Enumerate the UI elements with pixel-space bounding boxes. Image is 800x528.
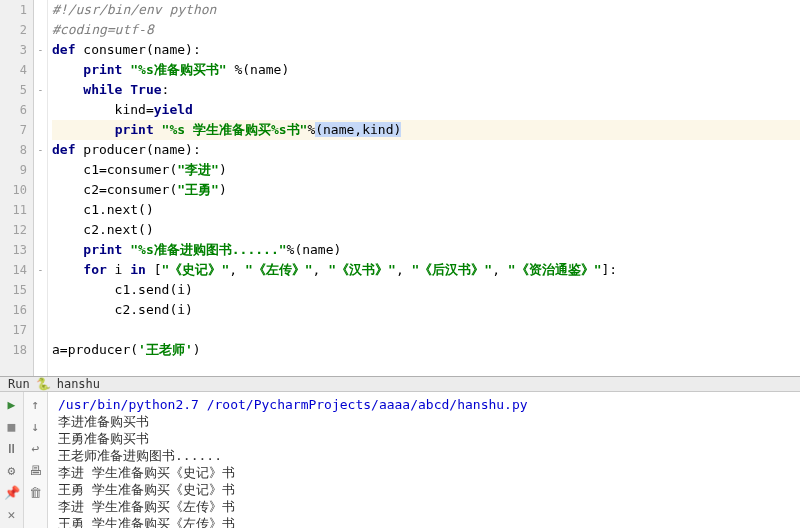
run-config-name: hanshu xyxy=(57,377,100,391)
code-line[interactable]: a=producer('王老师') xyxy=(52,340,800,360)
up-icon[interactable]: ↑ xyxy=(28,396,44,412)
pin-icon[interactable]: 📌 xyxy=(4,484,20,500)
settings-icon[interactable]: ⚙ xyxy=(4,462,20,478)
line-number: 7 xyxy=(0,120,27,140)
line-number: 13 xyxy=(0,240,27,260)
fold-marker xyxy=(34,220,47,240)
wrap-icon[interactable]: ↩ xyxy=(28,440,44,456)
fold-marker[interactable]: - xyxy=(34,260,47,280)
line-number: 14 xyxy=(0,260,27,280)
run-tab-label: Run xyxy=(8,377,30,391)
code-line[interactable]: print "%s准备进购图书......"%(name) xyxy=(52,240,800,260)
fold-marker xyxy=(34,280,47,300)
run-tool-window: Run 🐍 hanshu ▶ ■ ⏸ ⚙ 📌 ✕ ↑ ↓ ↩ 🖶 🗑 /usr/… xyxy=(0,376,800,528)
fold-marker xyxy=(34,100,47,120)
line-number: 16 xyxy=(0,300,27,320)
fold-marker[interactable]: - xyxy=(34,40,47,60)
run-toolbar-left: ▶ ■ ⏸ ⚙ 📌 ✕ xyxy=(0,392,24,528)
print-icon[interactable]: 🖶 xyxy=(28,462,44,478)
code-line[interactable]: c2.next() xyxy=(52,220,800,240)
close-icon[interactable]: ✕ xyxy=(4,506,20,522)
code-line[interactable]: print "%s准备购买书" %(name) xyxy=(52,60,800,80)
line-number: 4 xyxy=(0,60,27,80)
stop-icon[interactable]: ■ xyxy=(4,418,20,434)
line-number: 10 xyxy=(0,180,27,200)
fold-marker xyxy=(34,180,47,200)
line-number: 3 xyxy=(0,40,27,60)
code-line[interactable]: c2=consumer("王勇") xyxy=(52,180,800,200)
console-output[interactable]: /usr/bin/python2.7 /root/PycharmProjects… xyxy=(48,392,800,528)
code-line[interactable]: def consumer(name): xyxy=(52,40,800,60)
code-line[interactable]: kind=yield xyxy=(52,100,800,120)
run-header: Run 🐍 hanshu xyxy=(0,377,800,392)
fold-marker xyxy=(34,340,47,360)
line-number: 8 xyxy=(0,140,27,160)
code-line[interactable]: c1.next() xyxy=(52,200,800,220)
fold-marker xyxy=(34,20,47,40)
console-line: 王勇 学生准备购买《史记》书 xyxy=(58,481,790,498)
down-icon[interactable]: ↓ xyxy=(28,418,44,434)
run-body: ▶ ■ ⏸ ⚙ 📌 ✕ ↑ ↓ ↩ 🖶 🗑 /usr/bin/python2.7… xyxy=(0,392,800,528)
line-number: 12 xyxy=(0,220,27,240)
line-number: 18 xyxy=(0,340,27,360)
line-number: 5 xyxy=(0,80,27,100)
code-line[interactable]: print "%s 学生准备购买%s书"%(name,kind) xyxy=(52,120,800,140)
run-toolbar-right: ↑ ↓ ↩ 🖶 🗑 xyxy=(24,392,48,528)
code-line[interactable]: c1=consumer("李进") xyxy=(52,160,800,180)
code-editor[interactable]: 123456789101112131415161718 ---- #!/usr/… xyxy=(0,0,800,376)
line-number: 15 xyxy=(0,280,27,300)
python-icon: 🐍 xyxy=(36,377,51,391)
code-line[interactable]: #!/usr/bin/env python xyxy=(52,0,800,20)
console-line: 李进 学生准备购买《史记》书 xyxy=(58,464,790,481)
fold-marker xyxy=(34,0,47,20)
console-command: /usr/bin/python2.7 /root/PycharmProjects… xyxy=(58,396,790,413)
code-line[interactable]: def producer(name): xyxy=(52,140,800,160)
fold-marker xyxy=(34,160,47,180)
console-line: 王勇 学生准备购买《左传》书 xyxy=(58,515,790,528)
console-line: 王老师准备进购图书...... xyxy=(58,447,790,464)
code-line[interactable]: c2.send(i) xyxy=(52,300,800,320)
fold-marker xyxy=(34,320,47,340)
line-number: 2 xyxy=(0,20,27,40)
line-number: 1 xyxy=(0,0,27,20)
code-line[interactable]: c1.send(i) xyxy=(52,280,800,300)
run-icon[interactable]: ▶ xyxy=(4,396,20,412)
fold-marker xyxy=(34,120,47,140)
code-line[interactable] xyxy=(52,320,800,340)
trash-icon[interactable]: 🗑 xyxy=(28,484,44,500)
line-number: 11 xyxy=(0,200,27,220)
console-line: 李进准备购买书 xyxy=(58,413,790,430)
line-number: 17 xyxy=(0,320,27,340)
line-number-gutter: 123456789101112131415161718 xyxy=(0,0,34,376)
code-line[interactable]: while True: xyxy=(52,80,800,100)
fold-marker[interactable]: - xyxy=(34,140,47,160)
fold-column[interactable]: ---- xyxy=(34,0,48,376)
console-line: 李进 学生准备购买《左传》书 xyxy=(58,498,790,515)
fold-marker xyxy=(34,300,47,320)
code-line[interactable]: for i in ["《史记》", "《左传》", "《汉书》", "《后汉书》… xyxy=(52,260,800,280)
fold-marker[interactable]: - xyxy=(34,80,47,100)
console-line: 王勇准备购买书 xyxy=(58,430,790,447)
code-line[interactable]: #coding=utf-8 xyxy=(52,20,800,40)
fold-marker xyxy=(34,240,47,260)
line-number: 6 xyxy=(0,100,27,120)
code-area[interactable]: #!/usr/bin/env python#coding=utf-8def co… xyxy=(48,0,800,376)
fold-marker xyxy=(34,60,47,80)
line-number: 9 xyxy=(0,160,27,180)
fold-marker xyxy=(34,200,47,220)
pause-icon[interactable]: ⏸ xyxy=(4,440,20,456)
